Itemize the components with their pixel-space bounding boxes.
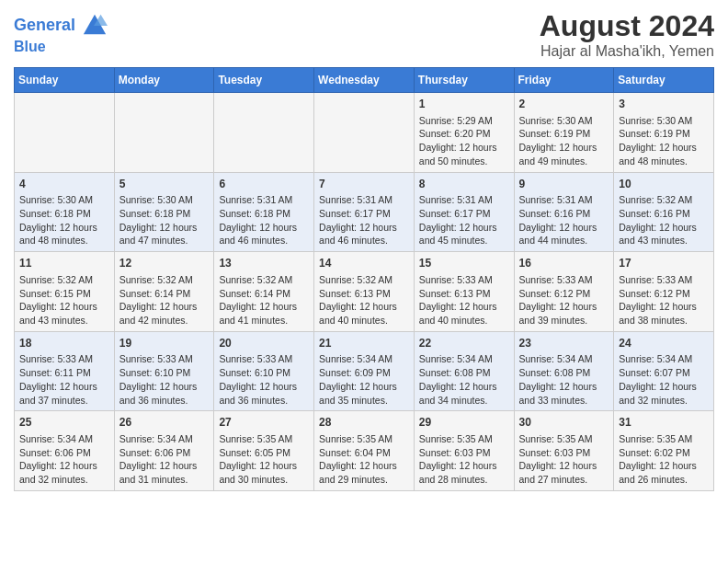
day-number: 9 [519,177,609,192]
day-info: Sunrise: 5:29 AM [419,114,509,128]
day-info: Daylight: 12 hours [219,380,309,394]
day-number: 28 [319,415,409,431]
day-info: and 46 minutes. [219,234,309,247]
day-info: and 30 minutes. [219,473,309,487]
day-header-sunday: Sunday [15,68,115,93]
calendar-cell: 26Sunrise: 5:34 AMSunset: 6:06 PMDayligh… [114,411,214,491]
calendar-cell: 5Sunrise: 5:30 AMSunset: 6:18 PMDaylight… [114,172,214,252]
day-info: and 50 minutes. [419,155,509,168]
day-info: Daylight: 12 hours [219,459,309,473]
day-info: Sunrise: 5:30 AM [519,114,609,128]
day-info: and 32 minutes. [619,394,709,408]
day-header-thursday: Thursday [414,68,514,93]
day-info: Sunset: 6:16 PM [619,207,709,221]
calendar-cell: 11Sunrise: 5:32 AMSunset: 6:15 PMDayligh… [15,252,115,332]
day-info: and 27 minutes. [519,473,609,487]
day-number: 12 [119,256,210,271]
day-number: 27 [219,415,309,431]
day-info: and 41 minutes. [219,314,309,327]
day-header-wednesday: Wednesday [314,68,415,93]
day-info: and 31 minutes. [119,473,210,487]
day-info: Daylight: 12 hours [419,459,509,473]
calendar-cell: 7Sunrise: 5:31 AMSunset: 6:17 PMDaylight… [314,172,415,252]
day-info: Sunrise: 5:30 AM [19,193,109,207]
day-info: Sunset: 6:18 PM [119,207,210,221]
calendar-cell: 10Sunrise: 5:32 AMSunset: 6:16 PMDayligh… [614,172,714,252]
subtitle: Hajar al Masha'ikh, Yemen [540,43,714,60]
day-info: Sunrise: 5:35 AM [519,432,609,446]
day-info: Daylight: 12 hours [19,300,109,314]
calendar-week-row: 11Sunrise: 5:32 AMSunset: 6:15 PMDayligh… [15,252,714,332]
day-info: Daylight: 12 hours [619,380,709,394]
day-info: and 49 minutes. [519,155,609,168]
day-info: Sunset: 6:03 PM [419,446,509,460]
day-info: Sunset: 6:10 PM [119,366,210,380]
calendar-week-row: 4Sunrise: 5:30 AMSunset: 6:18 PMDaylight… [15,172,714,252]
day-info: Daylight: 12 hours [319,300,409,314]
calendar-cell: 21Sunrise: 5:34 AMSunset: 6:09 PMDayligh… [314,331,415,411]
calendar-cell: 4Sunrise: 5:30 AMSunset: 6:18 PMDaylight… [15,172,115,252]
day-number: 13 [219,256,309,271]
day-number: 11 [19,256,109,271]
day-info: Sunset: 6:16 PM [519,207,609,221]
calendar-cell: 24Sunrise: 5:34 AMSunset: 6:07 PMDayligh… [614,331,714,411]
day-info: Sunrise: 5:33 AM [419,273,509,287]
day-info: and 40 minutes. [419,314,509,327]
day-info: Sunrise: 5:31 AM [219,193,309,207]
day-info: Daylight: 12 hours [619,459,709,473]
day-info: Daylight: 12 hours [19,459,109,473]
day-number: 16 [519,256,609,271]
calendar-table: SundayMondayTuesdayWednesdayThursdayFrid… [14,67,714,491]
day-number: 18 [19,336,109,351]
day-info: Daylight: 12 hours [419,300,509,314]
day-info: Sunrise: 5:32 AM [219,273,309,287]
day-info: Daylight: 12 hours [519,221,609,235]
day-number: 29 [419,415,509,431]
calendar-cell: 16Sunrise: 5:33 AMSunset: 6:12 PMDayligh… [514,252,614,332]
day-info: Daylight: 12 hours [119,459,210,473]
day-info: Sunset: 6:12 PM [619,287,709,301]
day-info: Sunset: 6:18 PM [19,207,109,221]
day-info: Sunrise: 5:31 AM [519,193,609,207]
day-info: and 42 minutes. [119,314,210,327]
calendar-cell: 27Sunrise: 5:35 AMSunset: 6:05 PMDayligh… [214,411,314,491]
day-info: Daylight: 12 hours [519,300,609,314]
day-info: and 45 minutes. [419,234,509,247]
calendar-cell: 6Sunrise: 5:31 AMSunset: 6:18 PMDaylight… [214,172,314,252]
day-info: Sunset: 6:14 PM [119,287,210,301]
page-header: General Blue August 2024 Hajar al Masha'… [14,9,714,60]
calendar-cell: 25Sunrise: 5:34 AMSunset: 6:06 PMDayligh… [15,411,115,491]
day-info: Sunrise: 5:33 AM [219,352,309,366]
calendar-cell [314,93,415,173]
title-block: August 2024 Hajar al Masha'ikh, Yemen [540,9,714,60]
day-info: and 43 minutes. [619,234,709,247]
logo-text: General [14,13,108,39]
day-info: Daylight: 12 hours [119,221,210,235]
day-info: Sunrise: 5:33 AM [19,352,109,366]
calendar-cell: 15Sunrise: 5:33 AMSunset: 6:13 PMDayligh… [414,252,514,332]
day-info: and 29 minutes. [319,473,409,487]
day-info: Daylight: 12 hours [319,459,409,473]
day-info: Daylight: 12 hours [19,380,109,394]
day-info: Sunset: 6:18 PM [219,207,309,221]
day-info: Sunset: 6:11 PM [19,366,109,380]
day-info: Sunset: 6:15 PM [19,287,109,301]
day-info: and 40 minutes. [319,314,409,327]
day-number: 8 [419,177,509,192]
day-info: Daylight: 12 hours [619,141,709,155]
day-info: Daylight: 12 hours [519,141,609,155]
day-info: Sunrise: 5:34 AM [119,432,210,446]
calendar-cell: 22Sunrise: 5:34 AMSunset: 6:08 PMDayligh… [414,331,514,411]
day-info: and 46 minutes. [319,234,409,247]
day-info: Daylight: 12 hours [219,300,309,314]
day-info: Daylight: 12 hours [319,380,409,394]
day-info: and 43 minutes. [19,314,109,327]
day-header-monday: Monday [114,68,214,93]
day-info: Sunset: 6:08 PM [519,366,609,380]
calendar-cell: 19Sunrise: 5:33 AMSunset: 6:10 PMDayligh… [114,331,214,411]
day-info: Sunset: 6:04 PM [319,446,409,460]
day-info: Sunrise: 5:30 AM [619,114,709,128]
day-info: and 28 minutes. [419,473,509,487]
day-number: 7 [319,177,409,192]
day-info: Sunrise: 5:31 AM [319,193,409,207]
